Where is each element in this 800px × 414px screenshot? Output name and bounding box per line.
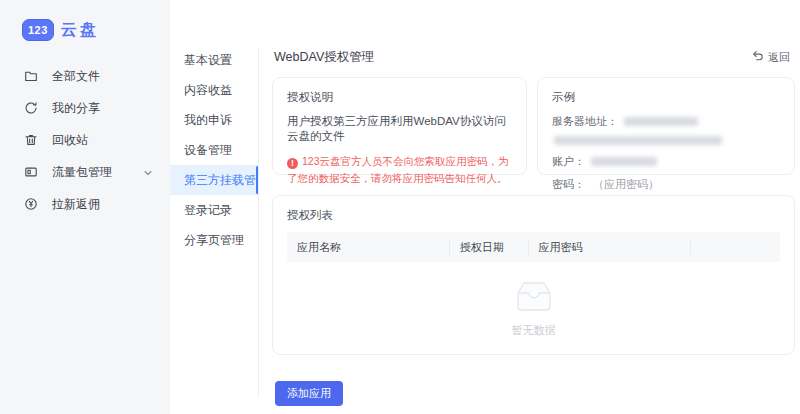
instructions-card-title: 授权说明: [287, 90, 512, 105]
add-application-button[interactable]: 添加应用: [275, 381, 343, 406]
app-logo[interactable]: 123 云盘: [22, 19, 99, 41]
undo-arrow-icon: [752, 50, 764, 64]
authorization-list-card: 授权列表 应用名称 授权日期 应用密码 暂无数据: [272, 195, 795, 355]
settings-nav-login-records[interactable]: 登录记录: [170, 195, 259, 225]
main-content: WebDAV授权管理 返回 授权说明 用户授权第三方应用利用WebDAV协议访问…: [259, 0, 800, 414]
example-card-title: 示例: [552, 90, 780, 105]
page-title: WebDAV授权管理: [274, 49, 374, 66]
sidebar-item-recycle-bin[interactable]: 回收站: [0, 124, 170, 156]
empty-state: 暂无数据: [287, 278, 780, 338]
warning-icon: !: [287, 158, 298, 169]
example-card: 示例 服务器地址： 账户： 密码： （应用密码）: [537, 77, 795, 175]
sidebar: 123 云盘 全部文件 我的分享 回收站: [0, 0, 170, 414]
back-label: 返回: [768, 50, 790, 65]
account-label: 账户：: [552, 154, 585, 169]
settings-nav: 基本设置 内容收益 我的申诉 设备管理 第三方挂载管理 登录记录 分享页管理: [170, 45, 259, 255]
redacted-server-value: [624, 117, 698, 126]
sidebar-item-label: 拉新返佣: [52, 196, 100, 213]
instructions-card-body: 用户授权第三方应用利用WebDAV协议访问云盘的文件: [287, 114, 512, 144]
empty-box-icon: [511, 278, 557, 318]
page-header: WebDAV授权管理 返回: [274, 47, 790, 67]
settings-nav-content-revenue[interactable]: 内容收益: [170, 75, 259, 105]
data-package-icon: [24, 165, 38, 179]
password-row: 密码： （应用密码）: [552, 177, 780, 192]
settings-nav-third-party-mount[interactable]: 第三方挂载管理: [170, 165, 259, 195]
password-label: 密码：: [552, 177, 585, 192]
trash-icon: [24, 133, 38, 147]
settings-nav-my-appeals[interactable]: 我的申诉: [170, 105, 259, 135]
column-header-app-password: 应用密码: [529, 232, 692, 262]
sidebar-item-my-shares[interactable]: 我的分享: [0, 92, 170, 124]
chevron-down-icon: [144, 165, 152, 179]
settings-nav-device-management[interactable]: 设备管理: [170, 135, 259, 165]
server-address-label: 服务器地址：: [552, 114, 618, 129]
sidebar-item-traffic-package[interactable]: 流量包管理: [0, 156, 170, 188]
list-card-title: 授权列表: [287, 208, 780, 223]
redacted-account-value: [591, 157, 657, 166]
column-header-auth-date: 授权日期: [450, 232, 529, 262]
column-header-app-name: 应用名称: [287, 232, 450, 262]
sidebar-menu: 全部文件 我的分享 回收站 流量包管理: [0, 60, 170, 220]
back-button[interactable]: 返回: [752, 50, 790, 65]
folder-icon: [24, 69, 38, 83]
app-window: 123 云盘 全部文件 我的分享 回收站: [0, 0, 800, 414]
account-row: 账户：: [552, 154, 780, 169]
share-icon: [24, 101, 38, 115]
logo-text: 云盘: [61, 20, 99, 41]
sidebar-item-label: 流量包管理: [52, 164, 112, 181]
sidebar-item-all-files[interactable]: 全部文件: [0, 60, 170, 92]
settings-nav-share-page[interactable]: 分享页管理: [170, 225, 259, 255]
sidebar-item-label: 全部文件: [52, 68, 100, 85]
redacted-server-value-line2: [554, 136, 722, 145]
logo-badge-icon: 123: [22, 19, 54, 41]
server-address-row: 服务器地址：: [552, 114, 780, 129]
sidebar-item-label: 我的分享: [52, 100, 100, 117]
warning-text: 123云盘官方人员不会向您索取应用密码，为了您的数据安全，请勿将应用密码告知任何…: [287, 155, 509, 184]
column-header-actions: [691, 232, 780, 262]
security-warning: !123云盘官方人员不会向您索取应用密码，为了您的数据安全，请勿将应用密码告知任…: [287, 153, 512, 188]
sidebar-item-referral[interactable]: 拉新返佣: [0, 188, 170, 220]
empty-text: 暂无数据: [512, 323, 556, 338]
instructions-card: 授权说明 用户授权第三方应用利用WebDAV协议访问云盘的文件 !123云盘官方…: [272, 77, 527, 175]
settings-nav-basic[interactable]: 基本设置: [170, 45, 259, 75]
sidebar-item-label: 回收站: [52, 132, 88, 149]
table-header: 应用名称 授权日期 应用密码: [287, 232, 780, 262]
server-address-row-2: [552, 136, 780, 145]
password-hint: （应用密码）: [593, 177, 659, 192]
commission-icon: [24, 197, 38, 211]
